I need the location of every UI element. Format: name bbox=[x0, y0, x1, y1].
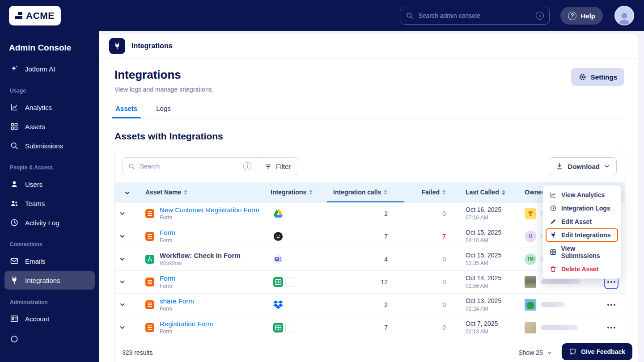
table-row: share FormForm 2 0 Oct 13, 202502:24 AM bbox=[115, 293, 625, 316]
speech-bubble-icon bbox=[569, 348, 576, 356]
tabs: Assets Logs bbox=[114, 105, 624, 118]
svg-text:T: T bbox=[276, 257, 278, 261]
failed-value: 0 bbox=[404, 270, 459, 293]
expand-row-button[interactable] bbox=[115, 206, 129, 221]
sort-icon[interactable] bbox=[442, 189, 446, 195]
column-header-integrations[interactable]: Integrations bbox=[267, 182, 327, 202]
sidebar-item-emails[interactable]: Emails bbox=[4, 252, 95, 270]
menu-item-integration-logs[interactable]: Integration Logs bbox=[546, 202, 618, 215]
chevron-down-icon bbox=[604, 163, 610, 169]
menu-item-edit-integrations[interactable]: Edit Integrations bbox=[546, 228, 618, 242]
tab-logs[interactable]: Logs bbox=[155, 105, 172, 118]
search-icon bbox=[10, 141, 19, 150]
help-button[interactable]: ? Help bbox=[560, 7, 603, 25]
form-icon bbox=[145, 323, 154, 332]
give-feedback-button[interactable]: Give Feedback bbox=[562, 343, 632, 360]
row-context-menu: View Analytics Integration Logs Edit Ass… bbox=[542, 185, 621, 279]
asset-name-link[interactable]: share Form bbox=[160, 297, 194, 305]
table-search-input[interactable] bbox=[140, 163, 239, 170]
owner-name-redacted bbox=[541, 325, 578, 330]
expand-row-button[interactable] bbox=[115, 275, 129, 289]
sidebar-item-label: Integrations bbox=[25, 277, 60, 284]
chart-line-icon bbox=[10, 103, 19, 112]
last-called-date: Oct 7, 2025 bbox=[466, 320, 518, 327]
last-called-time: 02:56 AM bbox=[466, 283, 518, 289]
asset-name-link[interactable]: New Customer Registration Form bbox=[160, 206, 259, 214]
row-actions-button[interactable] bbox=[604, 298, 619, 312]
results-count: 323 results bbox=[122, 349, 153, 356]
gear-icon bbox=[578, 73, 587, 81]
sidebar-item-assets[interactable]: Assets bbox=[4, 117, 95, 136]
sidebar-item-activity-log[interactable]: Activity Log bbox=[4, 213, 95, 232]
menu-item-view-submissions[interactable]: View Submissions bbox=[546, 242, 618, 262]
sidebar-item-submissions[interactable]: Submissions bbox=[4, 136, 95, 155]
table-footer: 323 results Show 25 Page: of bbox=[115, 339, 624, 362]
asset-name-link[interactable]: Registration Form bbox=[160, 320, 213, 328]
envelope-icon bbox=[10, 257, 19, 265]
grid-icon bbox=[10, 122, 19, 131]
sidebar-item-account[interactable]: Account bbox=[4, 309, 95, 328]
sidebar-item-users[interactable]: Users bbox=[4, 175, 95, 194]
table-search[interactable]: i bbox=[122, 157, 257, 175]
failed-value: 0 bbox=[404, 248, 459, 270]
sort-icon[interactable] bbox=[184, 189, 187, 195]
chevron-down-icon bbox=[547, 350, 552, 356]
admin-search-input[interactable] bbox=[418, 12, 531, 19]
page-size-select[interactable]: Show 25 bbox=[518, 349, 552, 356]
sidebar-title: Admin Console bbox=[4, 38, 95, 59]
users-icon bbox=[10, 199, 19, 208]
table-row: Registration FormForm 7 0 Oct 7, 202502:… bbox=[115, 316, 625, 339]
sort-icon-active[interactable] bbox=[502, 189, 505, 195]
header-expand-all[interactable] bbox=[115, 182, 139, 202]
sidebar-item-partial[interactable] bbox=[4, 329, 95, 348]
sort-icon[interactable] bbox=[384, 189, 387, 195]
tab-assets[interactable]: Assets bbox=[114, 105, 138, 118]
expand-row-button[interactable] bbox=[115, 320, 129, 335]
filter-icon bbox=[264, 163, 272, 170]
column-header-last-called[interactable]: Last Called bbox=[459, 182, 518, 202]
section-title: Assets with Integrations bbox=[114, 131, 624, 142]
filter-button[interactable]: Filter bbox=[257, 157, 298, 175]
failed-value: 0 bbox=[404, 316, 459, 339]
expand-row-button[interactable] bbox=[115, 298, 129, 312]
asset-name-link[interactable]: Workflow: Check In Form bbox=[160, 252, 241, 259]
asset-name-link[interactable]: Form bbox=[160, 229, 175, 236]
menu-item-view-analytics[interactable]: View Analytics bbox=[546, 188, 618, 202]
expand-row-button[interactable] bbox=[115, 229, 129, 244]
acme-logo-text: ACME bbox=[26, 10, 55, 21]
asset-name-link[interactable]: Form bbox=[160, 274, 175, 282]
column-header-failed[interactable]: Failed bbox=[404, 182, 459, 202]
row-actions-button[interactable] bbox=[604, 320, 619, 335]
admin-search[interactable]: i bbox=[400, 7, 550, 25]
menu-item-delete-asset[interactable]: Delete Asset bbox=[546, 262, 618, 276]
expand-row-button[interactable] bbox=[115, 252, 129, 266]
settings-button[interactable]: Settings bbox=[571, 68, 624, 86]
owner-avatar-photo bbox=[525, 276, 536, 288]
download-button[interactable]: Download bbox=[549, 157, 617, 175]
user-avatar[interactable] bbox=[614, 6, 634, 25]
sidebar-item-integrations[interactable]: Integrations bbox=[4, 271, 95, 290]
owner-name-redacted bbox=[541, 302, 565, 307]
asset-type: Form bbox=[160, 215, 172, 221]
info-icon[interactable]: i bbox=[536, 12, 544, 20]
sidebar-item-analytics[interactable]: Analytics bbox=[4, 98, 95, 117]
last-called-date: Oct 14, 2025 bbox=[466, 274, 518, 282]
microsoft-icon bbox=[285, 323, 295, 333]
download-icon bbox=[555, 162, 564, 170]
integration-calls-value: 4 bbox=[327, 248, 404, 270]
question-icon: ? bbox=[568, 12, 576, 20]
acme-logo[interactable]: ACME bbox=[9, 6, 61, 25]
feedback-label: Give Feedback bbox=[581, 348, 625, 355]
search-icon bbox=[128, 163, 136, 170]
sidebar-item-teams[interactable]: Teams bbox=[4, 194, 95, 213]
column-header-asset-name[interactable]: Asset Name bbox=[139, 182, 267, 202]
asset-type: Workflow bbox=[160, 260, 182, 266]
breadcrumb: Integrations bbox=[99, 34, 638, 58]
sidebar-item-label: Submissions bbox=[25, 142, 63, 150]
google-sheets-icon bbox=[273, 323, 283, 333]
column-header-integration-calls[interactable]: Integration calls bbox=[327, 182, 404, 202]
sidebar-item-jotform-ai[interactable]: Jotform AI bbox=[4, 59, 95, 78]
sort-icon[interactable] bbox=[309, 189, 313, 195]
menu-item-edit-asset[interactable]: Edit Asset bbox=[546, 215, 618, 228]
info-icon[interactable]: i bbox=[243, 162, 251, 170]
